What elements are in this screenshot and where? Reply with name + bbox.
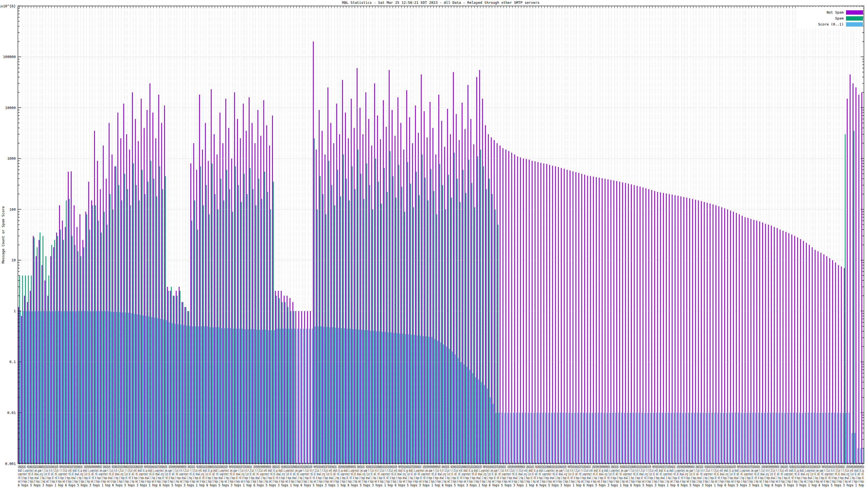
bar-score-0-1- bbox=[697, 413, 698, 464]
bar-spam bbox=[145, 194, 145, 464]
bar-score-0-1- bbox=[67, 311, 67, 464]
legend: Not Spam Spam Score (0..1) bbox=[798, 7, 863, 28]
bar-not-spam bbox=[51, 256, 51, 464]
bar-not-spam bbox=[549, 165, 550, 464]
bar-not-spam bbox=[575, 172, 576, 464]
bar-not-spam bbox=[403, 150, 404, 464]
bar-score-0-1- bbox=[192, 326, 193, 464]
bar-score-0-1- bbox=[35, 311, 35, 464]
bar-score-0-1- bbox=[303, 329, 304, 464]
bar-score-0-1- bbox=[565, 413, 566, 464]
bar-not-spam bbox=[608, 179, 609, 464]
bar-score-0-1- bbox=[776, 413, 777, 464]
bar-score-0-1- bbox=[475, 377, 476, 464]
bar-not-spam bbox=[765, 224, 766, 464]
bar-not-spam bbox=[745, 217, 745, 464]
bar-score-0-1- bbox=[440, 343, 441, 464]
bar-score-0-1- bbox=[160, 319, 161, 464]
bar-score-0-1- bbox=[645, 413, 645, 464]
bar-not-spam bbox=[126, 134, 127, 464]
bar-not-spam bbox=[260, 136, 261, 464]
bar-not-spam bbox=[567, 170, 567, 464]
bar-score-0-1- bbox=[271, 330, 272, 464]
bar-spam bbox=[270, 209, 271, 464]
bar-not-spam bbox=[211, 89, 212, 464]
bar-not-spam bbox=[578, 173, 579, 464]
bar-not-spam bbox=[695, 200, 696, 464]
bar-not-spam bbox=[395, 136, 396, 464]
bar-score-0-1- bbox=[394, 333, 394, 464]
bar-not-spam bbox=[812, 247, 813, 464]
bar-score-0-1- bbox=[536, 413, 537, 464]
bar-spam bbox=[387, 192, 388, 464]
bar-not-spam bbox=[115, 166, 115, 464]
bar-score-0-1- bbox=[181, 325, 182, 464]
bar-score-0-1- bbox=[583, 413, 584, 464]
bar-not-spam bbox=[144, 128, 145, 464]
bar-not-spam bbox=[841, 266, 842, 464]
bar-not-spam bbox=[468, 85, 468, 464]
x-axis-tick-labels: 2@6@2@2@1 0@2@6@2@2@2@2@8@8@2@2@2@2@2@6@… bbox=[18, 465, 864, 487]
bar-not-spam bbox=[103, 145, 104, 464]
bar-score-0-1- bbox=[787, 413, 788, 464]
bar-not-spam bbox=[724, 208, 725, 464]
bar-not-spam bbox=[59, 205, 60, 464]
bar-not-spam bbox=[158, 95, 159, 464]
bar-not-spam bbox=[835, 262, 836, 464]
bar-score-0-1- bbox=[513, 413, 514, 464]
bar-not-spam bbox=[651, 190, 652, 464]
bar-not-spam bbox=[611, 180, 611, 464]
bar-score-0-1- bbox=[434, 339, 435, 464]
bar-not-spam bbox=[24, 296, 25, 464]
bar-not-spam bbox=[838, 265, 839, 464]
bar-score-0-1- bbox=[738, 413, 739, 464]
bar-not-spam bbox=[257, 110, 258, 464]
bar-not-spam bbox=[287, 296, 287, 464]
bar-not-spam bbox=[36, 256, 37, 464]
bar-not-spam bbox=[771, 226, 772, 464]
bar-score-0-1- bbox=[236, 329, 237, 464]
bar-score-0-1- bbox=[446, 347, 447, 464]
bar-score-0-1- bbox=[831, 413, 832, 464]
y-tick-label: 10 bbox=[11, 258, 16, 262]
bar-spam bbox=[358, 150, 358, 464]
bar-score-0-1- bbox=[119, 312, 120, 464]
bar-not-spam bbox=[663, 193, 664, 464]
bar-spam bbox=[34, 237, 34, 464]
bar-not-spam bbox=[707, 203, 707, 464]
bar-not-spam bbox=[380, 139, 381, 464]
bar-score-0-1- bbox=[636, 413, 637, 464]
bar-score-0-1- bbox=[426, 336, 426, 464]
bar-not-spam bbox=[581, 174, 582, 464]
bar-not-spam bbox=[529, 160, 529, 464]
bar-score-0-1- bbox=[259, 330, 260, 464]
bar-not-spam bbox=[237, 119, 238, 464]
bar-score-0-1- bbox=[352, 329, 353, 464]
y-axis-label: Message Count or Spam Score bbox=[1, 206, 5, 263]
bar-score-0-1- bbox=[128, 313, 129, 464]
bar-score-0-1- bbox=[111, 312, 111, 464]
bar-not-spam bbox=[296, 311, 296, 464]
bar-score-0-1- bbox=[122, 312, 123, 464]
bar-not-spam bbox=[514, 155, 515, 464]
bar-not-spam bbox=[109, 123, 110, 464]
bar-not-spam bbox=[561, 168, 562, 464]
bar-not-spam bbox=[689, 198, 690, 464]
bar-not-spam bbox=[438, 95, 439, 464]
y-tick-label: 100 bbox=[9, 207, 16, 212]
bar-not-spam bbox=[322, 131, 322, 464]
bar-score-0-1- bbox=[642, 413, 642, 464]
bar-score-0-1- bbox=[639, 413, 639, 464]
bar-score-0-1- bbox=[858, 448, 858, 464]
bar-not-spam bbox=[161, 123, 162, 464]
bar-not-spam bbox=[849, 74, 850, 464]
bar-score-0-1- bbox=[163, 320, 164, 464]
bar-not-spam bbox=[675, 195, 675, 464]
bar-not-spam bbox=[730, 210, 731, 464]
bar-score-0-1- bbox=[516, 413, 517, 464]
bar-not-spam bbox=[631, 184, 632, 464]
bar-score-0-1- bbox=[860, 448, 861, 464]
bar-not-spam bbox=[97, 161, 98, 464]
bar-score-0-1- bbox=[668, 413, 669, 464]
bar-score-0-1- bbox=[662, 413, 663, 464]
